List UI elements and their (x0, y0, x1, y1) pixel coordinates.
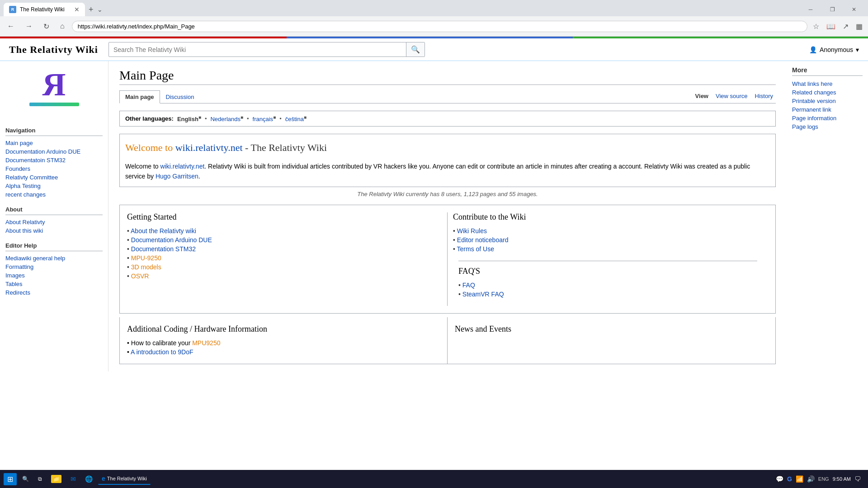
link-steamvr-faq[interactable]: SteamVR FAQ (462, 291, 504, 298)
link-3d-models[interactable]: 3D models (131, 263, 161, 271)
more-link-printable-version[interactable]: Printable version (792, 97, 863, 105)
language-box: Other languages: English■ • Nederlands■ … (119, 111, 776, 127)
welcome-body: Welcome to wiki.relativty.net. Relativty… (125, 161, 770, 182)
tab-discussion[interactable]: Discussion (160, 90, 200, 103)
sidebar-item-alpha-testing[interactable]: Alpha Testing (5, 182, 103, 190)
list-item: SteamVR FAQ (458, 290, 757, 299)
link-osvr[interactable]: OSVR (131, 272, 149, 280)
wiki-main-content: Main Page Main page Discussion View View… (108, 61, 868, 371)
page-title: Main Page (119, 68, 776, 85)
new-tab-button[interactable]: + (85, 3, 97, 16)
sidebar-item-about-relativty[interactable]: About Relativty (5, 218, 103, 226)
more-link-related-changes[interactable]: Related changes (792, 88, 863, 97)
faq-list: FAQ SteamVR FAQ (458, 281, 757, 299)
wiki-content-area: Main Page Main page Discussion View View… (108, 61, 787, 371)
more-link-page-information[interactable]: Page information (792, 114, 863, 122)
lang-cestina[interactable]: čeština■ (285, 115, 307, 122)
news-section: News and Events (448, 317, 775, 364)
list-item: A introduction to 9DoF (127, 347, 440, 357)
user-icon: 👤 (809, 46, 817, 53)
link-terms-of-use[interactable]: Terms of Use (457, 245, 494, 253)
more-link-page-logs[interactable]: Page logs (792, 122, 863, 131)
wiki-search-form[interactable]: 🔍 (108, 42, 425, 57)
tab-overflow-button[interactable]: ⌄ (97, 6, 103, 13)
wiki-logo-text: The Relativty Wiki (9, 44, 99, 56)
sidebar-item-formatting[interactable]: Formatting (5, 263, 103, 271)
sidebar-item-images[interactable]: Images (5, 271, 103, 280)
share-button[interactable]: ↗ (841, 20, 850, 33)
list-item: Documentation Arduino DUE (127, 235, 442, 244)
tab-history[interactable]: History (752, 92, 776, 100)
wiki-layout: Я Navigation Main page Documentation Ard… (0, 61, 868, 371)
sidebar-toggle-button[interactable]: ▦ (854, 20, 864, 33)
link-9dof-intro[interactable]: A introduction to 9DoF (131, 348, 193, 356)
tab-main-page[interactable]: Main page (119, 90, 160, 103)
welcome-part1: Welcome to (125, 142, 175, 153)
list-item: 3D models (127, 263, 442, 272)
sidebar-item-about-wiki[interactable]: About this wiki (5, 226, 103, 235)
sidebar-item-recent-changes[interactable]: recent changes (5, 190, 103, 199)
list-item: Wiki Rules (453, 226, 763, 235)
sidebar-item-arduino-due[interactable]: Documentation Arduino DUE (5, 147, 103, 156)
tab-close-button[interactable]: ✕ (74, 6, 80, 13)
tab-view-source[interactable]: View source (713, 92, 750, 100)
search-input[interactable] (109, 43, 406, 56)
sidebar-item-redirects[interactable]: Redirects (5, 288, 103, 297)
close-button[interactable]: ✕ (844, 3, 864, 16)
url-bar[interactable] (72, 21, 807, 32)
lang-english[interactable]: English■ (177, 115, 201, 122)
link-mpu9250[interactable]: MPU-9250 (131, 254, 161, 262)
minimize-button[interactable]: ─ (800, 3, 821, 16)
home-button[interactable]: ⌂ (57, 20, 68, 32)
list-item: About the Relativty wiki (127, 226, 442, 235)
restore-button[interactable]: ❐ (822, 3, 843, 16)
link-faq[interactable]: FAQ (462, 282, 475, 289)
sidebar-item-main-page[interactable]: Main page (5, 139, 103, 147)
getting-started-section: Getting Started About the Relativty wiki… (119, 205, 776, 314)
wiki-sidebar: Я Navigation Main page Documentation Ard… (0, 61, 108, 371)
search-button[interactable]: 🔍 (406, 42, 425, 56)
sidebar-item-committee[interactable]: Relativty Committee (5, 173, 103, 182)
favorites-button[interactable]: ☆ (811, 20, 821, 33)
lang-francais[interactable]: français■ (253, 115, 276, 122)
wiki-header: The Relativty Wiki 🔍 👤 Anonymous ▾ (0, 38, 868, 61)
sidebar-item-mediawiki-help[interactable]: Mediawiki general help (5, 254, 103, 263)
link-stm32[interactable]: Documentation STM32 (131, 245, 196, 253)
logo-r-letter: Я (29, 68, 79, 101)
reading-list-button[interactable]: 📖 (825, 20, 837, 33)
url-input[interactable] (78, 23, 802, 30)
list-item: Editor noticeboard (453, 235, 763, 244)
logo-bar (29, 103, 79, 106)
tabs-right: View View source History (693, 92, 776, 103)
more-link-permanent-link[interactable]: Permanent link (792, 105, 863, 114)
sidebar-item-stm32[interactable]: Documentatoin STM32 (5, 156, 103, 164)
back-button[interactable]: ← (4, 20, 18, 32)
refresh-button[interactable]: ↻ (40, 20, 53, 33)
tab-view[interactable]: View (693, 92, 711, 100)
welcome-part2: wiki.relativty.net (175, 142, 243, 153)
sidebar-editor-help: Editor Help Mediawiki general help Forma… (5, 242, 103, 297)
contribute-list: Wiki Rules Editor noticeboard Terms of U… (453, 226, 763, 253)
wiki-url-link[interactable]: wiki.relativty.net (160, 163, 205, 170)
link-arduino-due[interactable]: Documentation Arduino DUE (131, 236, 212, 244)
sidebar-item-founders[interactable]: Founders (5, 164, 103, 173)
sidebar-item-tables[interactable]: Tables (5, 280, 103, 288)
more-link-what-links-here[interactable]: What links here (792, 80, 863, 88)
forward-button[interactable]: → (22, 20, 36, 32)
welcome-heading: Welcome to wiki.relativty.net - The Rela… (125, 140, 770, 155)
link-mpu9250-calibrate[interactable]: MPU9250 (192, 339, 220, 347)
link-wiki-rules[interactable]: Wiki Rules (457, 227, 487, 235)
getting-started-list: About the Relativty wiki Documentation A… (127, 226, 442, 281)
hugo-link[interactable]: Hugo Garritsen (156, 173, 198, 180)
user-label: Anonymous (820, 46, 853, 53)
more-title: More (792, 66, 863, 76)
browser-tab[interactable]: R The Relativity Wiki ✕ (4, 3, 85, 16)
page-tabs: Main page Discussion View View source Hi… (119, 90, 776, 103)
stats-line: The Relativty Wiki currently has 8 users… (119, 191, 776, 197)
user-menu[interactable]: 👤 Anonymous ▾ (809, 46, 859, 53)
link-about-wiki[interactable]: About the Relativty wiki (131, 227, 196, 235)
about-section-title: About (5, 206, 103, 215)
contribute-col: Contribute to the Wiki Wiki Rules Editor… (448, 212, 768, 306)
lang-nederlands[interactable]: Nederlands■ (210, 115, 243, 122)
link-editor-noticeboard[interactable]: Editor noticeboard (457, 236, 509, 244)
